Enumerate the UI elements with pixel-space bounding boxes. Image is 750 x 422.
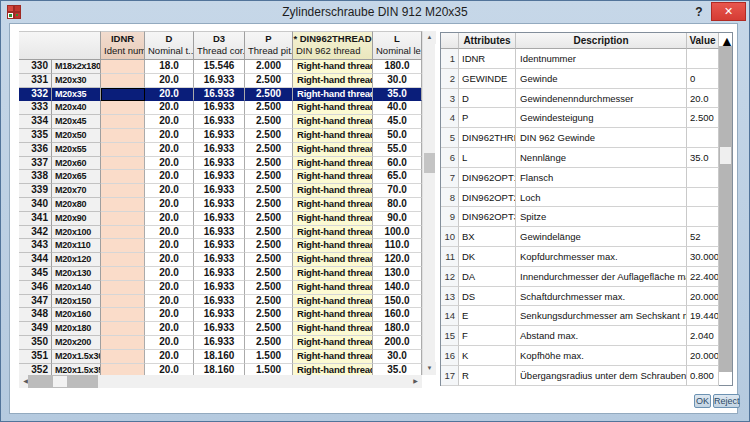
attribute-name-cell[interactable]: GEWINDE	[459, 69, 516, 89]
list-item[interactable]: 12DAInnendurchmesser der Auflagefläche m…	[441, 267, 719, 287]
d-cell[interactable]: 20.0	[145, 295, 194, 309]
l-cell[interactable]: 30.0	[373, 350, 422, 364]
part-name-cell[interactable]: M20x180	[52, 322, 101, 336]
table-row[interactable]: 351M20x1.5x3020.018.1601.500Right-hand t…	[19, 350, 422, 364]
l-cell[interactable]: 90.0	[373, 212, 422, 226]
p-cell[interactable]: 1.500	[245, 350, 293, 364]
d3-cell[interactable]: 16.933	[194, 226, 245, 240]
idnr-cell[interactable]	[101, 170, 145, 184]
table-row[interactable]: 347M20x15020.016.9332.500Right-hand thre…	[19, 295, 422, 309]
p-cell[interactable]: 2.500	[245, 143, 293, 157]
part-name-cell[interactable]: M20x130	[52, 267, 101, 281]
row-number-cell[interactable]: 352	[19, 364, 52, 375]
table-row[interactable]: 342M20x10020.016.9332.500Right-hand thre…	[19, 226, 422, 240]
l-cell[interactable]: 55.0	[373, 143, 422, 157]
attribute-description-cell[interactable]: Nennlänge	[516, 148, 687, 168]
l-cell[interactable]: 50.0	[373, 129, 422, 143]
p-cell[interactable]: 2.500	[245, 239, 293, 253]
attribute-name-cell[interactable]: DS	[459, 287, 516, 307]
ok-button[interactable]: OK	[694, 394, 711, 408]
help-button[interactable]: ?	[691, 3, 707, 21]
attribute-name-cell[interactable]: BX	[459, 227, 516, 247]
part-name-cell[interactable]: M18x2x180	[52, 60, 101, 74]
part-name-cell[interactable]: M20x65	[52, 170, 101, 184]
l-cell[interactable]: 110.0	[373, 239, 422, 253]
idnr-cell[interactable]	[101, 157, 145, 171]
d3-cell[interactable]: 16.933	[194, 281, 245, 295]
d3-cell[interactable]: 18.160	[194, 350, 245, 364]
part-name-cell[interactable]: M20x140	[52, 281, 101, 295]
d-cell[interactable]: 20.0	[145, 212, 194, 226]
attribute-value-cell[interactable]: 0	[687, 69, 719, 89]
attribute-value-cell[interactable]	[687, 128, 719, 148]
l-cell[interactable]: 180.0	[373, 60, 422, 74]
l-cell[interactable]: 35.0	[373, 88, 422, 102]
d3-cell[interactable]: 16.933	[194, 157, 245, 171]
part-name-cell[interactable]: M20x45	[52, 115, 101, 129]
attribute-value-cell[interactable]: 2.500	[687, 108, 719, 128]
l-cell[interactable]: 70.0	[373, 184, 422, 198]
attribute-value-cell[interactable]: 19.440	[687, 306, 719, 326]
l-cell[interactable]: 40.0	[373, 101, 422, 115]
d3-cell[interactable]: 16.933	[194, 253, 245, 267]
row-number-cell[interactable]: 332	[19, 88, 52, 102]
part-name-cell[interactable]: M20x35	[52, 88, 101, 102]
row-number-cell[interactable]: 348	[19, 308, 52, 322]
list-item[interactable]: 8DIN962OPT2Loch	[441, 188, 719, 208]
thread-cell[interactable]: Right-hand thread	[293, 157, 373, 171]
parts-column-header-p[interactable]: PThread pit...	[245, 31, 293, 60]
parts-column-header-l[interactable]: LNominal le...	[373, 31, 422, 60]
l-cell[interactable]: 60.0	[373, 157, 422, 171]
idnr-cell[interactable]	[101, 101, 145, 115]
list-item[interactable]: 1IDNRIdentnummer	[441, 49, 719, 69]
idnr-cell[interactable]	[101, 267, 145, 281]
thread-cell[interactable]: Right-hand thread	[293, 129, 373, 143]
thread-cell[interactable]: Right-hand thread	[293, 184, 373, 198]
d3-cell[interactable]: 16.933	[194, 88, 245, 102]
thread-cell[interactable]: Right-hand thread	[293, 170, 373, 184]
p-cell[interactable]: 2.500	[245, 322, 293, 336]
thread-cell[interactable]: Right-hand thread	[293, 295, 373, 309]
attribute-name-cell[interactable]: K	[459, 346, 516, 366]
parts-horizontal-scrollbar[interactable]: ◀ ▶	[19, 375, 422, 388]
attribute-description-cell[interactable]: Flansch	[516, 168, 687, 188]
attributes-column-header-value[interactable]: Value	[687, 33, 719, 49]
d3-cell[interactable]: 16.933	[194, 239, 245, 253]
thread-cell[interactable]: Right-hand thread	[293, 74, 373, 88]
attribute-description-cell[interactable]: Spitze	[516, 207, 687, 227]
l-cell[interactable]: 140.0	[373, 281, 422, 295]
d3-cell[interactable]: 16.933	[194, 74, 245, 88]
part-name-cell[interactable]: M20x40	[52, 101, 101, 115]
attribute-description-cell[interactable]: Schaftdurchmesser max.	[516, 287, 687, 307]
d-cell[interactable]: 20.0	[145, 170, 194, 184]
table-row[interactable]: 350M20x20020.016.9332.500Right-hand thre…	[19, 336, 422, 350]
parts-column-header-d[interactable]: DNominal t...	[145, 31, 194, 60]
idnr-cell[interactable]	[101, 226, 145, 240]
d-cell[interactable]: 20.0	[145, 184, 194, 198]
d3-cell[interactable]: 16.933	[194, 101, 245, 115]
row-number-cell[interactable]: 347	[19, 295, 52, 309]
list-item[interactable]: 17RÜbergangsradius unter dem Schraubenko…	[441, 366, 719, 386]
parts-column-header-d3[interactable]: D3Thread cor...	[194, 31, 245, 60]
part-name-cell[interactable]: M20x1.5x30	[52, 350, 101, 364]
part-name-cell[interactable]: M20x1.5x35	[52, 364, 101, 375]
table-row[interactable]: 338M20x6520.016.9332.500Right-hand threa…	[19, 170, 422, 184]
attribute-description-cell[interactable]: Loch	[516, 188, 687, 208]
d3-cell[interactable]: 16.933	[194, 308, 245, 322]
p-cell[interactable]: 2.500	[245, 295, 293, 309]
d3-cell[interactable]: 16.933	[194, 267, 245, 281]
l-cell[interactable]: 180.0	[373, 322, 422, 336]
thread-cell[interactable]: Right-hand thread	[293, 101, 373, 115]
attribute-name-cell[interactable]: DIN962OPT1	[459, 168, 516, 188]
part-name-cell[interactable]: M20x50	[52, 129, 101, 143]
parts-column-header-idnr[interactable]: IDNRIdent num...	[101, 31, 145, 60]
table-row[interactable]: 333M20x4020.016.9332.500Right-hand threa…	[19, 101, 422, 115]
thread-cell[interactable]: Right-hand thread	[293, 198, 373, 212]
table-row[interactable]: 345M20x13020.016.9332.500Right-hand thre…	[19, 267, 422, 281]
p-cell[interactable]: 2.500	[245, 74, 293, 88]
list-item[interactable]: 15FAbstand max.2.040	[441, 326, 719, 346]
attribute-value-cell[interactable]: 0.800	[687, 366, 719, 386]
d-cell[interactable]: 20.0	[145, 267, 194, 281]
thread-cell[interactable]: Right-hand thread	[293, 308, 373, 322]
d3-cell[interactable]: 16.933	[194, 184, 245, 198]
